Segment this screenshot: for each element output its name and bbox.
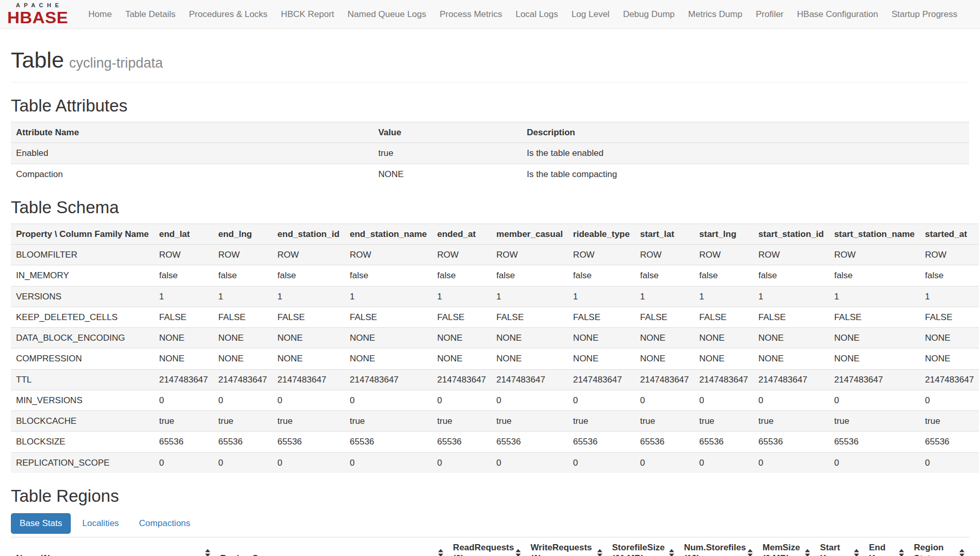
schema-row-blocksize: BLOCKSIZE6553665536655366553665536655366… — [11, 432, 979, 452]
regions-col-num-storefiles-12[interactable]: Num.Storefiles (12) — [679, 537, 757, 556]
nav-item-debug-dump[interactable]: Debug Dump — [616, 9, 681, 20]
schema-property-cell: TTL — [11, 369, 154, 390]
regions-heading: Table Regions — [11, 486, 969, 506]
schema-value-cell: NONE — [829, 348, 920, 369]
schema-col-end-station-id: end_station_id — [272, 224, 345, 244]
schema-property-cell: COMPRESSION — [11, 348, 154, 369]
schema-value-cell: 1 — [432, 286, 491, 307]
nav-item-profiler[interactable]: Profiler — [749, 9, 790, 20]
schema-value-cell: 2147483647 — [568, 369, 635, 390]
nav-item-procedures-locks[interactable]: Procedures & Locks — [182, 9, 274, 20]
schema-value-cell: FALSE — [635, 307, 694, 327]
nav-item-hbck-report[interactable]: HBCK Report — [274, 9, 341, 20]
schema-col-end-lng: end_lng — [213, 224, 273, 244]
tab-base-stats[interactable]: Base Stats — [11, 513, 71, 534]
regions-col-memsize-0-mb[interactable]: MemSize (0 MB) — [757, 537, 815, 556]
schema-value-cell: false — [920, 265, 979, 286]
regions-col-label: Region State — [914, 543, 944, 556]
regions-col-label: WriteRequests (1) — [531, 543, 592, 556]
schema-value-cell: 1 — [694, 286, 754, 307]
regions-col-writerequests-1[interactable]: WriteRequests (1) — [525, 537, 607, 556]
navbar: APACHE HBASE HomeTable DetailsProcedures… — [0, 0, 980, 29]
attribute-row-compaction: CompactionNONEIs the table compacting — [11, 164, 969, 184]
schema-value-cell: NONE — [491, 348, 568, 369]
schema-value-cell: 0 — [829, 452, 920, 473]
attribute-description-cell: Is the table enabled — [522, 143, 969, 164]
schema-value-cell: 1 — [920, 286, 979, 307]
regions-col-region-state[interactable]: Region State — [909, 537, 969, 556]
nav-item-named-queue-logs[interactable]: Named Queue Logs — [341, 9, 433, 20]
schema-value-cell: 0 — [345, 452, 432, 473]
schema-row-versions: VERSIONS111111111111 — [11, 286, 979, 307]
schema-heading: Table Schema — [11, 198, 969, 217]
nav-item-local-logs[interactable]: Local Logs — [509, 9, 565, 20]
schema-property-cell: KEEP_DELETED_CELLS — [11, 307, 154, 327]
nav-item-home[interactable]: Home — [82, 9, 118, 20]
schema-value-cell: 2147483647 — [694, 369, 754, 390]
schema-value-cell: 2147483647 — [213, 369, 273, 390]
schema-value-cell: ROW — [829, 245, 920, 265]
schema-value-cell: NONE — [920, 328, 979, 348]
regions-col-storefilesize-61-mb[interactable]: StorefileSize (61 MB) — [607, 537, 679, 556]
schema-value-cell: 65536 — [753, 432, 829, 452]
schema-value-cell: 2147483647 — [432, 369, 491, 390]
attribute-value-cell: NONE — [373, 164, 522, 184]
nav-item-process-metrics[interactable]: Process Metrics — [433, 9, 509, 20]
sort-arrows-icon — [597, 549, 602, 556]
nav-item-log-level[interactable]: Log Level — [565, 9, 616, 20]
schema-value-cell: ROW — [213, 245, 273, 265]
nav-item-hbase-configuration[interactable]: HBase Configuration — [790, 9, 885, 20]
sort-arrows-icon — [516, 549, 521, 556]
schema-value-cell: false — [635, 265, 694, 286]
title-divider — [11, 82, 969, 83]
schema-value-cell: false — [272, 265, 345, 286]
schema-value-cell: false — [345, 265, 432, 286]
schema-value-cell: ROW — [753, 245, 829, 265]
hbase-logo[interactable]: APACHE HBASE — [7, 3, 68, 26]
tab-localities[interactable]: Localities — [73, 513, 128, 534]
schema-value-cell: true — [635, 411, 694, 432]
regions-col-region-server[interactable]: Region Server — [215, 537, 448, 556]
schema-value-cell: FALSE — [213, 307, 273, 327]
schema-value-cell: 1 — [213, 286, 273, 307]
regions-col-end-key[interactable]: End Key — [864, 537, 909, 556]
schema-value-cell: NONE — [272, 348, 345, 369]
schema-value-cell: 1 — [272, 286, 345, 307]
schema-value-cell: 65536 — [694, 432, 754, 452]
schema-value-cell: 65536 — [272, 432, 345, 452]
schema-property-cell: BLOCKCACHE — [11, 411, 154, 432]
schema-row-bloomfilter: BLOOMFILTERROWROWROWROWROWROWROWROWROWRO… — [11, 245, 979, 265]
schema-value-cell: 2147483647 — [345, 369, 432, 390]
schema-value-cell: 2147483647 — [920, 369, 979, 390]
schema-value-cell: FALSE — [272, 307, 345, 327]
tab-compactions[interactable]: Compactions — [130, 513, 199, 534]
regions-col-name-1[interactable]: Name(1) — [11, 537, 215, 556]
schema-value-cell: NONE — [272, 328, 345, 348]
nav-item-metrics-dump[interactable]: Metrics Dump — [681, 9, 749, 20]
schema-value-cell: true — [568, 411, 635, 432]
regions-col-start-key[interactable]: Start Key — [815, 537, 864, 556]
schema-value-cell: ROW — [432, 245, 491, 265]
schema-value-cell: true — [694, 411, 754, 432]
schema-value-cell: 1 — [154, 286, 213, 307]
nav-item-startup-progress[interactable]: Startup Progress — [885, 9, 965, 20]
schema-value-cell: ROW — [635, 245, 694, 265]
attributes-header-row: Attribute NameValueDescription — [11, 122, 969, 143]
attribute-value-cell: true — [373, 143, 522, 164]
attribute-description-cell: Is the table compacting — [522, 164, 969, 184]
schema-value-cell: false — [432, 265, 491, 286]
schema-value-cell: 65536 — [213, 432, 273, 452]
schema-col-property: Property \ Column Family Name — [11, 224, 154, 244]
schema-value-cell: NONE — [568, 348, 635, 369]
regions-col-readrequests-0[interactable]: ReadRequests (0) — [448, 537, 525, 556]
schema-row-ttl: TTL2147483647214748364721474836472147483… — [11, 369, 979, 390]
attributes-heading: Table Attributes — [11, 96, 969, 116]
schema-value-cell: 0 — [753, 390, 829, 410]
schema-value-cell: NONE — [920, 348, 979, 369]
page-title: Tablecycling-tripdata — [11, 47, 969, 73]
schema-col-started-at: started_at — [920, 224, 979, 244]
schema-value-cell: true — [272, 411, 345, 432]
schema-property-cell: IN_MEMORY — [11, 265, 154, 286]
nav-item-table-details[interactable]: Table Details — [118, 9, 182, 20]
schema-value-cell: FALSE — [432, 307, 491, 327]
